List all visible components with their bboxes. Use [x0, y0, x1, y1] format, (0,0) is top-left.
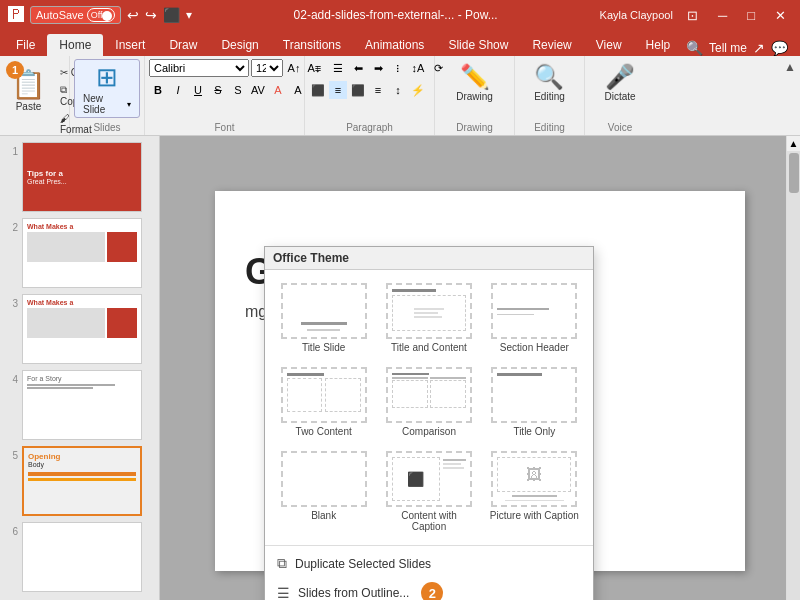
strikethrough-btn[interactable]: S: [209, 81, 227, 99]
title-bar: 🅿 AutoSave Off ↩ ↪ ⬛ ▾ 02-add-slides-fro…: [0, 0, 800, 30]
layout-label-content-caption: Content with Caption: [383, 510, 474, 532]
dropdown-menu: ⧉ Duplicate Selected Slides ☰ Slides fro…: [265, 545, 593, 600]
tell-me-label[interactable]: Tell me: [709, 41, 747, 55]
tab-help[interactable]: Help: [634, 34, 683, 56]
autosave-toggle[interactable]: Off: [87, 8, 115, 22]
slide-thumb-2[interactable]: 2 What Makes a: [4, 218, 155, 288]
italic-btn[interactable]: I: [169, 81, 187, 99]
bold-btn[interactable]: B: [149, 81, 167, 99]
slide-thumb-4[interactable]: 4 For a Story: [4, 370, 155, 440]
drawing-group-label: Drawing: [439, 122, 510, 135]
layout-title-slide[interactable]: Title Slide: [273, 278, 374, 358]
presentation-mode-icon[interactable]: ⬛: [163, 7, 180, 23]
align-left-btn[interactable]: ⬛: [309, 81, 327, 99]
layout-title-content[interactable]: Title and Content: [378, 278, 479, 358]
dictate-label: Dictate: [604, 91, 635, 102]
scroll-thumb[interactable]: [789, 153, 799, 193]
slide-thumb-5[interactable]: 5 Opening Body: [4, 446, 155, 516]
layout-thumb-title-content: [386, 283, 472, 339]
duplicate-icon: ⧉: [277, 555, 287, 572]
slide-img-2[interactable]: What Makes a: [22, 218, 142, 288]
slide-img-6[interactable]: [22, 522, 142, 592]
ribbon-toolbar: 1 📋 Paste ✂ Cut ⧉ Copy 🖌 Format Clipboar…: [0, 56, 800, 136]
slides-label: Slides: [93, 122, 120, 135]
text-direction-btn[interactable]: ↕A: [409, 59, 427, 77]
tab-transitions[interactable]: Transitions: [271, 34, 353, 56]
tab-view[interactable]: View: [584, 34, 634, 56]
outline-label: Slides from Outline...: [298, 586, 409, 600]
scroll-up-btn[interactable]: ▲: [787, 136, 800, 151]
tab-file[interactable]: File: [4, 34, 47, 56]
layout-thumb-comparison: [386, 367, 472, 423]
redo-icon[interactable]: ↪: [145, 7, 157, 23]
slide-num-2: 2: [4, 218, 18, 233]
align-right-btn[interactable]: ⬛: [349, 81, 367, 99]
increase-indent-btn[interactable]: ➡: [369, 59, 387, 77]
line-spacing-btn[interactable]: ↕: [389, 81, 407, 99]
align-center-btn[interactable]: ≡: [329, 81, 347, 99]
layout-content-caption[interactable]: ⬛ Content with Caption: [378, 446, 479, 537]
search-icon[interactable]: 🔍: [686, 40, 703, 56]
slide-img-3[interactable]: What Makes a: [22, 294, 142, 364]
bullets-btn[interactable]: ≡: [309, 59, 327, 77]
dropdown-header: Office Theme: [265, 247, 593, 270]
justify-btn[interactable]: ≡: [369, 81, 387, 99]
slides-from-outline-item[interactable]: ☰ Slides from Outline... 2: [265, 577, 593, 600]
editing-button[interactable]: 🔍 Editing: [527, 59, 572, 106]
new-slide-dropdown-arrow[interactable]: ▾: [127, 100, 131, 109]
tab-review[interactable]: Review: [520, 34, 583, 56]
char-spacing-btn[interactable]: AV: [249, 81, 267, 99]
drawing-button[interactable]: ✏️ Drawing: [449, 59, 500, 106]
columns-btn[interactable]: ⫶: [389, 59, 407, 77]
font-size-select[interactable]: 12: [251, 59, 283, 77]
powerpoint-icon: 🅿: [8, 6, 24, 24]
slide-thumb-3[interactable]: 3 What Makes a: [4, 294, 155, 364]
slide-num-6: 6: [4, 522, 18, 537]
tab-draw[interactable]: Draw: [157, 34, 209, 56]
numbering-btn[interactable]: ☰: [329, 59, 347, 77]
vertical-scrollbar[interactable]: ▲ ▼: [786, 136, 800, 600]
slide-img-1[interactable]: Tips for a Great Pres...: [22, 142, 142, 212]
autosave-badge[interactable]: AutoSave Off: [30, 6, 121, 24]
layout-title-only[interactable]: Title Only: [484, 362, 585, 442]
dictate-button[interactable]: 🎤 Dictate: [597, 59, 642, 106]
paste-button[interactable]: 1 📋 Paste: [4, 59, 53, 117]
layout-thumb-picture-caption: 🖼: [491, 451, 577, 507]
slide-img-5[interactable]: Opening Body: [22, 446, 142, 516]
comments-icon[interactable]: 💬: [771, 40, 788, 56]
ribbon-collapse-arrow[interactable]: ▲: [784, 60, 796, 74]
undo-icon[interactable]: ↩: [127, 7, 139, 23]
voice-group: 🎤 Dictate Voice: [585, 56, 655, 135]
tab-insert[interactable]: Insert: [103, 34, 157, 56]
layout-picture-caption[interactable]: 🖼 Picture with Caption: [484, 446, 585, 537]
layout-blank[interactable]: Blank: [273, 446, 374, 537]
slide-thumb-6[interactable]: 6: [4, 522, 155, 592]
font-name-select[interactable]: Calibri: [149, 59, 249, 77]
slide-thumb-1[interactable]: 1 Tips for a Great Pres...: [4, 142, 155, 212]
layout-two-content[interactable]: Two Content: [273, 362, 374, 442]
decrease-indent-btn[interactable]: ⬅: [349, 59, 367, 77]
shadow-btn[interactable]: S: [229, 81, 247, 99]
tab-home[interactable]: Home: [47, 34, 103, 56]
maximize-btn[interactable]: □: [741, 6, 761, 25]
convert-to-smartart-btn[interactable]: ⚡: [409, 81, 427, 99]
tab-animations[interactable]: Animations: [353, 34, 436, 56]
new-slide-button[interactable]: ⊞ New Slide ▾: [74, 59, 140, 118]
font-color-btn[interactable]: A: [269, 81, 287, 99]
tab-design[interactable]: Design: [209, 34, 270, 56]
close-btn[interactable]: ✕: [769, 6, 792, 25]
share-icon[interactable]: ↗: [753, 40, 765, 56]
font-label: Font: [149, 122, 300, 135]
underline-btn[interactable]: U: [189, 81, 207, 99]
slide-num-1: 1: [4, 142, 18, 157]
increase-font-btn[interactable]: A↑: [285, 59, 303, 77]
slide-img-4[interactable]: For a Story: [22, 370, 142, 440]
tab-slideshow[interactable]: Slide Show: [436, 34, 520, 56]
minimize-btn[interactable]: ─: [712, 6, 733, 25]
layout-section-header[interactable]: Section Header: [484, 278, 585, 358]
editing-group: 🔍 Editing Editing: [515, 56, 585, 135]
duplicate-slides-item[interactable]: ⧉ Duplicate Selected Slides: [265, 550, 593, 577]
layout-label-title-content: Title and Content: [391, 342, 467, 353]
layout-comparison[interactable]: Comparison: [378, 362, 479, 442]
ribbon-collapse-btn[interactable]: ⊡: [681, 6, 704, 25]
